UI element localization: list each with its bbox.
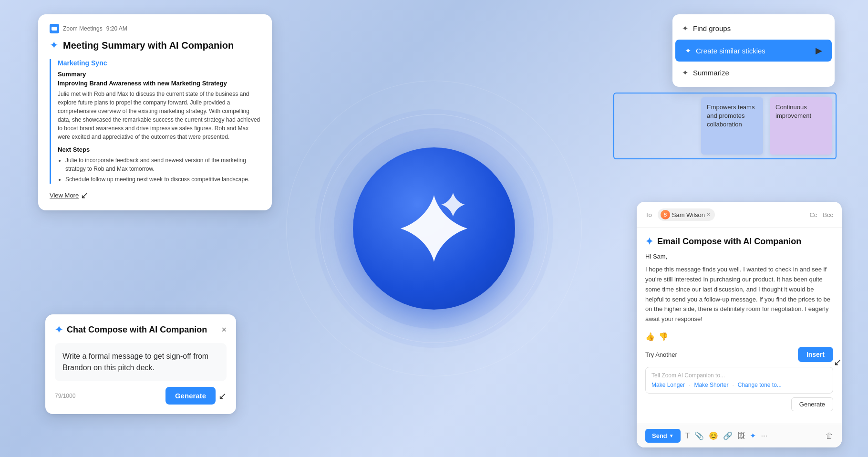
prompt-links-row: Make Longer · Make Shorter · Change tone…: [651, 382, 827, 388]
email-toolbar: Send ▼ T 📎 😊 🔗 🖼 ✦ ··· 🗑: [637, 424, 842, 447]
insert-button[interactable]: Insert: [798, 347, 833, 362]
thumbs-up-icon[interactable]: 👍: [645, 332, 655, 341]
find-groups-label: Find groups: [693, 24, 731, 32]
meeting-title: Meeting Summary with AI Companion: [63, 40, 234, 51]
sticky-notes-container: Empowers teams and promotes collaboratio…: [615, 94, 835, 157]
email-body: ✦ Email Compose with AI Companion Hi Sam…: [637, 228, 842, 424]
make-shorter-link[interactable]: Make Shorter: [694, 382, 728, 388]
meeting-title-row: ✦ Meeting Summary with AI Companion: [50, 39, 260, 52]
email-compose-title: ✦ Email Compose with AI Companion: [645, 236, 833, 247]
context-item-summarize[interactable]: ✦ Summarize: [672, 62, 835, 83]
create-stickies-label: Create similar stickies: [696, 47, 765, 55]
remove-recipient[interactable]: ×: [707, 211, 710, 218]
email-recipient-tag[interactable]: S Sam Wilson ×: [658, 208, 715, 221]
bullet-1: Julie to incorporate feedback and send n…: [65, 156, 260, 173]
bullet-2: Schedule follow up meeting next week to …: [65, 175, 260, 184]
ai-star-icon: [396, 190, 472, 267]
char-count: 79/1000: [55, 393, 75, 399]
email-header: To S Sam Wilson × Cc Bcc: [637, 202, 842, 228]
try-another-button[interactable]: Try Another: [645, 351, 677, 358]
recipient-name: Sam Wilson: [672, 211, 705, 218]
chat-prompt-text: Write a formal message to get sign-off f…: [62, 352, 208, 372]
send-dropdown-icon: ▼: [669, 433, 674, 438]
meeting-ai-star: ✦: [50, 39, 58, 52]
context-item-create-stickies[interactable]: ✦ Create similar stickies ▶: [675, 40, 832, 62]
context-item-find-groups[interactable]: ✦ Find groups: [672, 18, 835, 39]
meeting-body: Julie met with Rob and Max to discuss th…: [58, 90, 260, 141]
email-title-text: Email Compose with AI Companion: [657, 237, 801, 247]
ai-icon[interactable]: ✦: [750, 431, 756, 440]
email-greeting: Hi Sam,: [645, 253, 833, 260]
meeting-section-name: Marketing Sync: [58, 59, 260, 67]
send-label: Send: [652, 432, 667, 439]
email-compose-card: To S Sam Wilson × Cc Bcc ✦ Email Compose…: [637, 202, 842, 447]
sticky-blue-text: Empowers teams and promotes collaboratio…: [707, 104, 754, 128]
recipient-avatar: S: [661, 210, 670, 219]
zoom-bar: Zoom Meetings 9:20 AM: [50, 24, 260, 33]
next-steps-label: Next Steps: [58, 146, 260, 153]
format-text-icon[interactable]: T: [685, 432, 690, 440]
chat-compose-card: ✦ Chat Compose with AI Companion × Write…: [45, 314, 236, 414]
sticky-note-blue: Empowers teams and promotes collaboratio…: [701, 97, 763, 155]
context-menu: ✦ Find groups ✦ Create similar stickies …: [672, 14, 835, 87]
sticky-note-purple: Continuous improvement: [770, 97, 832, 155]
chat-footer: 79/1000 Generate ↙: [55, 387, 227, 405]
close-button[interactable]: ×: [221, 325, 227, 335]
more-options-icon[interactable]: ···: [761, 432, 767, 440]
cursor-right-icon: ▶: [816, 45, 822, 56]
email-body-text: I hope this message finds you well. I wa…: [645, 265, 833, 324]
email-ai-star: ✦: [645, 236, 653, 247]
create-stickies-icon: ✦: [685, 46, 691, 55]
email-generate-button[interactable]: Generate: [791, 397, 833, 411]
email-prompt-placeholder: Tell Zoom AI Companion to...: [651, 372, 827, 379]
change-tone-link[interactable]: Change tone to...: [738, 382, 782, 388]
sticky-area: ✦ Find groups ✦ Create similar stickies …: [615, 14, 835, 157]
generate-cursor: ↙: [218, 390, 227, 402]
email-cc-bcc: Cc Bcc: [809, 211, 833, 218]
make-longer-link[interactable]: Make Longer: [651, 382, 685, 388]
sticky-purple-text: Continuous improvement: [775, 104, 811, 119]
email-action-row: Try Another Insert ↙: [645, 347, 833, 362]
email-to-label: To: [645, 211, 652, 218]
chat-title: ✦ Chat Compose with AI Companion: [55, 324, 207, 335]
chat-header: ✦ Chat Compose with AI Companion ×: [55, 324, 227, 335]
chat-ai-star: ✦: [55, 324, 63, 335]
zoom-logo: [50, 24, 59, 33]
cursor-down-icon: ↙: [81, 189, 89, 201]
view-more-link[interactable]: View More: [50, 192, 79, 199]
zoom-time: 9:20 AM: [106, 25, 127, 32]
attachment-icon[interactable]: 📎: [694, 431, 704, 440]
send-button[interactable]: Send ▼: [645, 429, 681, 443]
chat-input-area[interactable]: Write a formal message to get sign-off f…: [55, 343, 227, 381]
zoom-app-name: Zoom Meetings: [63, 25, 103, 32]
meeting-summary-card: Zoom Meetings 9:20 AM ✦ Meeting Summary …: [38, 14, 272, 210]
ai-orb: [353, 147, 515, 310]
find-groups-icon: ✦: [682, 24, 688, 33]
trash-icon[interactable]: 🗑: [826, 432, 833, 440]
summarize-icon: ✦: [682, 68, 688, 77]
insert-cursor-icon: ↙: [834, 356, 842, 368]
chat-title-text: Chat Compose with AI Companion: [67, 325, 207, 335]
thumbs-down-icon[interactable]: 👎: [659, 332, 668, 341]
email-to-row: To S Sam Wilson ×: [645, 208, 715, 221]
emoji-icon[interactable]: 😊: [709, 431, 718, 440]
summarize-label: Summarize: [693, 69, 729, 77]
email-generate-row: Generate: [645, 397, 833, 411]
summary-label: Summary: [58, 71, 260, 78]
meeting-subtitle: Improving Brand Awareness with new Marke…: [58, 80, 260, 87]
email-prompt-box[interactable]: Tell Zoom AI Companion to... Make Longer…: [645, 367, 833, 394]
link-icon[interactable]: 🔗: [723, 431, 733, 440]
cc-label[interactable]: Cc: [809, 211, 817, 218]
email-reactions: 👍 👎: [645, 332, 833, 341]
meeting-bullets: Julie to incorporate feedback and send n…: [58, 156, 260, 184]
image-icon[interactable]: 🖼: [737, 432, 745, 440]
generate-button[interactable]: Generate: [165, 387, 216, 405]
bcc-label[interactable]: Bcc: [823, 211, 833, 218]
